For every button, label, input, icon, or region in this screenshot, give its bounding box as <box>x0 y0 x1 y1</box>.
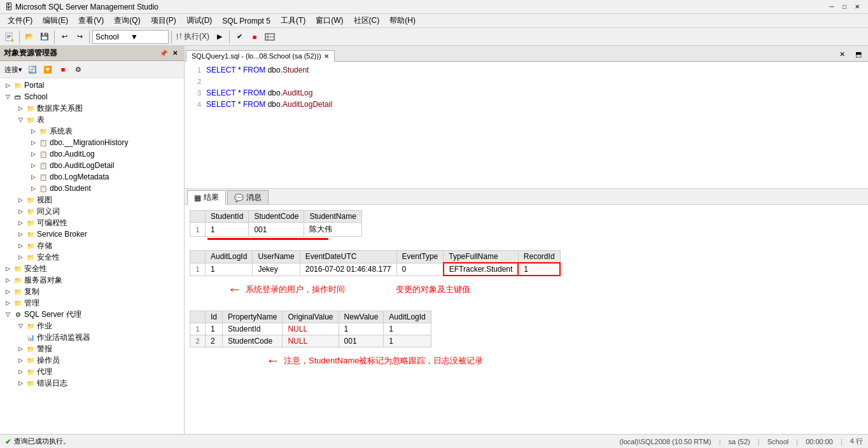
expand-school-icon[interactable]: ▽ <box>3 92 13 102</box>
tree-item-views[interactable]: ▷ 📁 视图 <box>0 194 184 206</box>
expand-security-icon[interactable]: ▷ <box>3 263 13 274</box>
tree-item-management[interactable]: ▷ 📁 管理 <box>0 297 184 309</box>
tree-item-jobmonitor[interactable]: 📊 作业活动监视器 <box>0 332 184 343</box>
expand-security-db-icon[interactable]: ▷ <box>15 252 25 262</box>
menu-file[interactable]: 文件(F) <box>3 14 38 27</box>
expand-views-icon[interactable]: ▷ <box>15 195 25 205</box>
results-tab-messages[interactable]: 💬 消息 <box>227 190 269 204</box>
expand-sqlagent-icon[interactable]: ▽ <box>3 309 13 319</box>
editor-text-area[interactable]: 1 2 3 4 SELECT * FROM dbo. Student <box>185 62 868 188</box>
tree-item-auditlogdetail[interactable]: ▷ 📋 dbo.AuditLogDetail <box>0 160 184 171</box>
expand-auditlogdetail-icon[interactable]: ▷ <box>28 160 38 171</box>
expand-errorlogs-icon[interactable]: ▷ <box>15 378 25 388</box>
tree-item-tables[interactable]: ▽ 📁 表 <box>0 114 184 125</box>
views-label: 视图 <box>37 195 52 206</box>
tree-item-logmetadata[interactable]: ▷ 📋 dbo.LogMetadata <box>0 171 184 183</box>
tree-item-errorlogs[interactable]: ▷ 📁 错误日志 <box>0 377 184 389</box>
menu-view[interactable]: 查看(V) <box>73 14 109 27</box>
display-ep-button[interactable] <box>263 30 277 44</box>
tree-item-replication[interactable]: ▷ 📁 复制 <box>0 286 184 297</box>
oe-connect-button[interactable]: 连接▾ <box>3 62 24 76</box>
undo-button[interactable]: ↩ <box>57 30 71 44</box>
maximize-button[interactable]: □ <box>839 1 850 13</box>
expand-programmability-icon[interactable]: ▷ <box>15 218 25 228</box>
tree-item-storage[interactable]: ▷ 📁 存储 <box>0 240 184 251</box>
results-content[interactable]: StudentId StudentCode StudentName 1 1 00… <box>185 205 868 434</box>
expand-portal-icon[interactable]: ▷ <box>3 80 13 90</box>
oe-refresh-button[interactable]: 🔄 <box>25 62 39 76</box>
expand-logmetadata-icon[interactable]: ▷ <box>28 172 38 182</box>
new-query-button[interactable] <box>3 30 17 44</box>
save-button[interactable]: 💾 <box>38 30 52 44</box>
stop-button[interactable]: ■ <box>248 30 262 44</box>
tree-item-dbo-student[interactable]: ▷ 📋 dbo.Student <box>0 183 184 194</box>
expand-migration-icon[interactable]: ▷ <box>28 137 38 148</box>
parse-button[interactable]: ✔ <box>232 30 246 44</box>
debug-button[interactable]: ▶ <box>213 30 227 44</box>
oe-stop-button[interactable]: ■ <box>56 62 70 76</box>
expand-servicebroker-icon[interactable]: ▷ <box>15 229 25 239</box>
query-editor[interactable]: 1 2 3 4 SELECT * FROM dbo. Student <box>185 62 868 189</box>
migration-label: dbo.__MigrationHistory <box>50 138 128 147</box>
menu-community[interactable]: 社区(C) <box>349 14 385 27</box>
float-content-button[interactable]: ⬒ <box>851 47 865 61</box>
expand-synonyms-icon[interactable]: ▷ <box>15 206 25 216</box>
tree-item-programmability[interactable]: ▷ 📁 可编程性 <box>0 217 184 228</box>
close-button[interactable]: ✕ <box>851 1 863 13</box>
expand-serverobjects-icon[interactable]: ▷ <box>3 275 13 285</box>
execute-button[interactable]: ! ! 执行(X) <box>174 30 211 44</box>
expand-auditlog-icon[interactable]: ▷ <box>28 149 38 159</box>
tree-item-security-db[interactable]: ▷ 📁 安全性 <box>0 251 184 263</box>
grid3-propname-2: StudentCode <box>223 335 283 347</box>
menu-window[interactable]: 窗口(W) <box>311 14 348 27</box>
expand-operators-icon[interactable]: ▷ <box>15 355 25 365</box>
tree-item-alerts[interactable]: ▷ 📁 警报 <box>0 343 184 354</box>
redo-button[interactable]: ↪ <box>73 30 87 44</box>
tree-item-auditlog[interactable]: ▷ 📋 dbo.AuditLog <box>0 148 184 160</box>
tree-item-migration[interactable]: ▷ 📋 dbo.__MigrationHistory <box>0 137 184 148</box>
open-button[interactable]: 📂 <box>22 30 36 44</box>
expand-replication-icon[interactable]: ▷ <box>3 286 13 297</box>
oe-properties-button[interactable]: ⚙ <box>71 62 85 76</box>
expand-jobs-icon[interactable]: ▽ <box>15 321 25 331</box>
oe-pin-button[interactable]: 📌 <box>158 48 169 59</box>
tree-item-dbdiagram[interactable]: ▷ 📁 数据库关系图 <box>0 102 184 114</box>
tree-item-school[interactable]: ▽ 🗃 School <box>0 91 184 102</box>
expand-proxies-icon[interactable]: ▷ <box>15 367 25 377</box>
tree-item-proxies[interactable]: ▷ 📁 代理 <box>0 366 184 377</box>
expand-dbdiagram-icon[interactable]: ▷ <box>15 103 25 113</box>
menu-tools[interactable]: 工具(T) <box>276 14 311 27</box>
menu-help[interactable]: 帮助(H) <box>384 14 421 27</box>
menu-debug[interactable]: 调试(D) <box>181 14 218 27</box>
tree-item-servicebroker[interactable]: ▷ 📁 Service Broker <box>0 228 184 240</box>
tree-item-synonyms[interactable]: ▷ 📁 同义词 <box>0 206 184 217</box>
expand-management-icon[interactable]: ▷ <box>3 298 13 308</box>
oe-filter-button[interactable]: 🔽 <box>41 62 55 76</box>
close-content-button[interactable]: ✕ <box>835 47 849 61</box>
tree-item-operators[interactable]: ▷ 📁 操作员 <box>0 354 184 366</box>
database-selector[interactable]: School ▼ <box>92 30 169 44</box>
tree-item-security[interactable]: ▷ 📁 安全性 <box>0 263 184 274</box>
grid2-section: AuditLogId UserName EventDateUTC EventTy… <box>185 245 868 305</box>
tree-item-jobs[interactable]: ▽ 📁 作业 <box>0 320 184 332</box>
results-tab-results[interactable]: ▦ 结果 <box>187 190 226 205</box>
expand-alerts-icon[interactable]: ▷ <box>15 344 25 354</box>
menu-project[interactable]: 项目(P) <box>146 14 181 27</box>
expand-storage-icon[interactable]: ▷ <box>15 241 25 251</box>
tree-item-serverobjects[interactable]: ▷ 📁 服务器对象 <box>0 274 184 286</box>
expand-systables-icon[interactable]: ▷ <box>28 126 38 136</box>
query-tab-1[interactable]: SQLQuery1.sql - (lo...08.School (sa (52)… <box>186 50 335 62</box>
minimize-button[interactable]: ─ <box>826 1 837 13</box>
tree-item-sqlagent[interactable]: ▽ ⚙ SQL Server 代理 <box>0 309 184 320</box>
messages-tab-label: 消息 <box>246 192 262 203</box>
expand-student-icon[interactable]: ▷ <box>28 183 38 193</box>
query-tab-close-button[interactable]: ✕ <box>324 53 329 60</box>
oe-close-button[interactable]: ✕ <box>170 48 180 59</box>
menu-edit[interactable]: 编辑(E) <box>38 14 73 27</box>
expand-tables-icon[interactable]: ▽ <box>15 115 25 125</box>
menu-query[interactable]: 查询(Q) <box>109 14 145 27</box>
line-num-4: 4 <box>187 99 201 110</box>
tree-item-portal[interactable]: ▷ 📁 Portal <box>0 80 184 91</box>
tree-item-systables[interactable]: ▷ 📁 系统表 <box>0 125 184 137</box>
menu-sqlprompt[interactable]: SQL Prompt 5 <box>217 15 276 27</box>
